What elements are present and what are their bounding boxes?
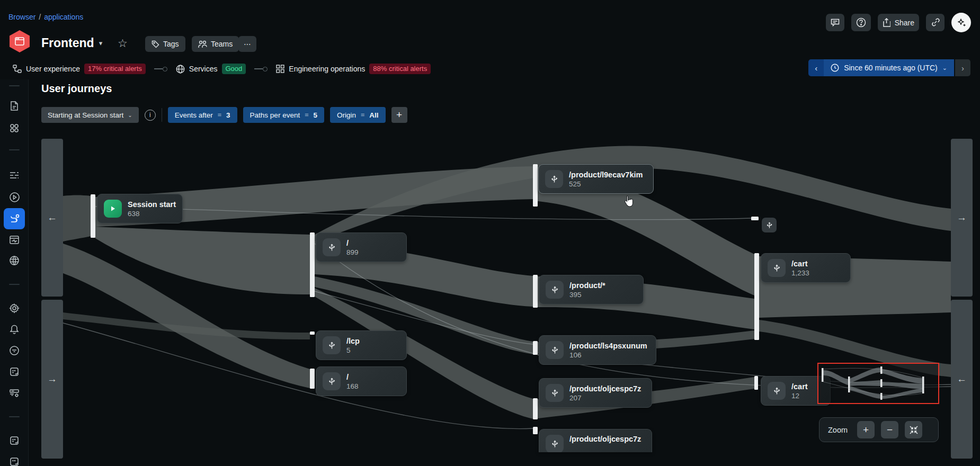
status-segment-user-experience[interactable]: User experience 17% critical alerts [13, 64, 146, 74]
app-title-label: Frontend [41, 36, 94, 50]
sparkle-icon [956, 17, 967, 28]
nav-divider [9, 416, 20, 417]
zoom-fit-button[interactable] [905, 421, 922, 438]
tags-button-label: Tags [163, 40, 179, 48]
node-product-star[interactable]: /product/* 395 [539, 275, 644, 304]
nav-checklist-icon[interactable] [4, 361, 25, 382]
scroll-left-arrow[interactable]: ← [957, 373, 967, 385]
node-title: /product/l9ecav7kim [569, 171, 643, 179]
nav-data-config-icon[interactable] [4, 382, 25, 404]
branch-icon [323, 372, 341, 390]
sankey-minimap[interactable] [817, 363, 939, 404]
node-cart-1233[interactable]: /cart 1,233 [761, 253, 851, 283]
help-button[interactable] [851, 14, 871, 31]
node-value: 168 [346, 382, 359, 390]
app-title[interactable]: Frontend ▾ [41, 36, 102, 50]
node-bar [310, 331, 315, 335]
nav-tasks-icon[interactable] [4, 430, 25, 451]
time-range-button[interactable]: Since 60 minutes ago (UTC) ⌄ [824, 59, 954, 76]
branch-icon [323, 336, 341, 354]
node-title: /product/oljcespc7z [569, 384, 641, 393]
sankey-flows [41, 138, 973, 459]
ai-assistant-button[interactable] [951, 13, 971, 32]
node-value: 5 [346, 346, 360, 354]
nav-globe-icon[interactable] [4, 250, 25, 271]
share-button[interactable]: Share [878, 14, 919, 31]
node-product-l9ecav7kim[interactable]: /product/l9ecav7kim 525 [538, 164, 654, 194]
branch-icon [546, 341, 564, 359]
node-value: 207 [569, 394, 641, 402]
node-bar [533, 275, 538, 308]
scroll-right-arrow[interactable]: → [47, 373, 57, 385]
nav-documents-icon[interactable] [4, 95, 25, 116]
add-filter-button[interactable]: + [391, 107, 407, 123]
nav-logs-icon[interactable] [4, 165, 25, 186]
user-journeys-sankey: ← → → ← Session start 638 / 899 [41, 138, 973, 459]
nav-session-replay-icon[interactable] [4, 186, 25, 208]
zoom-out-button[interactable]: − [881, 421, 898, 438]
teams-button[interactable]: Teams [192, 36, 239, 52]
health-status-bar: User experience 17% critical alerts Serv… [13, 62, 431, 76]
share-icon [883, 18, 890, 27]
node-product-oljcespc7z-clipped[interactable]: /product/oljcespc7z [539, 429, 652, 452]
breadcrumb: Browser/applications [8, 13, 83, 21]
filter-operator: = [361, 111, 364, 119]
node-bar [754, 376, 758, 390]
node-bar [533, 427, 538, 434]
tags-button[interactable]: Tags [145, 36, 185, 52]
node-bar [533, 398, 538, 419]
chevron-down-icon: ⌄ [942, 65, 947, 71]
copy-link-button[interactable] [926, 14, 945, 31]
zoom-in-button[interactable]: + [857, 421, 875, 438]
breadcrumb-link-applications[interactable]: applications [44, 13, 83, 21]
node-lcp[interactable]: /lcp 5 [316, 330, 407, 360]
node-home-168[interactable]: / 168 [316, 366, 407, 396]
favorite-star-icon[interactable]: ☆ [118, 37, 128, 50]
status-label: Services [189, 65, 218, 73]
info-icon[interactable]: i [145, 110, 156, 121]
prev-step-column: → [41, 300, 63, 459]
node-value: 638 [128, 210, 176, 218]
filter-paths-per-event[interactable]: Paths per event = 5 [243, 107, 324, 123]
breadcrumb-separator: / [35, 13, 44, 21]
next-step-column: → [951, 139, 973, 297]
status-segment-engineering-operations[interactable]: Engineering operations 88% critical aler… [276, 64, 431, 74]
status-label: User experience [26, 65, 80, 73]
branch-icon [323, 238, 341, 256]
more-actions-button[interactable]: ⋯ [238, 36, 256, 52]
scroll-right-arrow[interactable]: → [957, 212, 967, 223]
node-product-oljcespc7z-207[interactable]: /product/oljcespc7z 207 [539, 378, 652, 408]
filter-value: All [369, 111, 378, 119]
starting-at-dropdown[interactable]: Starting at Session start ⌄ [41, 107, 139, 123]
zoom-label: Zoom [828, 426, 848, 434]
filter-operator: = [218, 111, 221, 119]
time-forward-button[interactable]: › [955, 59, 970, 76]
nav-apps-icon[interactable] [4, 118, 25, 139]
nav-settings-icon[interactable] [4, 298, 25, 319]
node-collapsed-branch[interactable] [762, 218, 777, 232]
feedback-button[interactable] [826, 14, 844, 31]
nav-alerts-icon[interactable] [4, 319, 25, 340]
time-back-button[interactable]: ‹ [808, 59, 824, 76]
filter-events-after[interactable]: Events after = 3 [168, 107, 237, 123]
branch-icon [765, 221, 773, 229]
scroll-left-arrow[interactable]: ← [47, 212, 57, 223]
node-bar [751, 217, 759, 220]
status-segment-services[interactable]: Services Good [176, 64, 246, 74]
nav-muted-status-icon[interactable] [4, 340, 25, 361]
globe-icon [176, 65, 185, 74]
nav-browser-monitoring-icon[interactable] [4, 229, 25, 250]
node-bar [310, 232, 315, 297]
node-home-899[interactable]: / 899 [316, 232, 407, 262]
status-connector [154, 67, 167, 71]
node-bar [533, 164, 538, 207]
node-product-ls4psxunum[interactable]: /product/ls4psxunum 106 [539, 335, 656, 365]
branch-icon [768, 382, 786, 400]
minimap-preview [818, 364, 938, 402]
nav-user-journeys-icon[interactable] [4, 208, 25, 229]
node-session-start[interactable]: Session start 638 [97, 194, 183, 223]
filter-origin[interactable]: Origin = All [330, 107, 386, 123]
breadcrumb-link-browser[interactable]: Browser [8, 13, 35, 21]
nav-tasks-secondary-icon[interactable] [4, 451, 25, 466]
branch-icon [768, 259, 786, 277]
